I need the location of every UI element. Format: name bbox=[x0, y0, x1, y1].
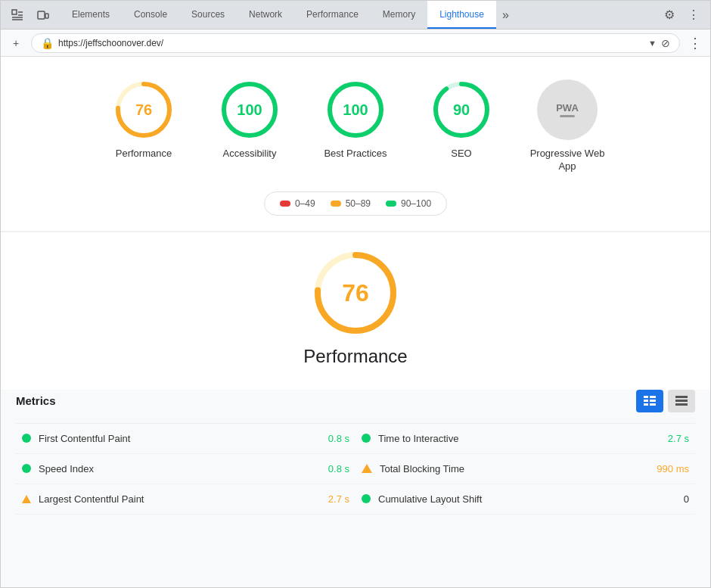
tab-memory[interactable]: Memory bbox=[371, 1, 427, 29]
svg-rect-5 bbox=[38, 11, 45, 19]
metric-indicator-tbt bbox=[362, 464, 372, 473]
metric-value-cls: 0 bbox=[684, 493, 689, 505]
tab-bar: Elements Console Sources Network Perform… bbox=[1, 1, 710, 30]
tab-overflow-button[interactable]: » bbox=[496, 1, 515, 29]
svg-rect-21 bbox=[644, 403, 648, 406]
svg-rect-19 bbox=[644, 400, 648, 402]
metric-indicator-si bbox=[22, 464, 31, 473]
score-item-seo: 90 SEO bbox=[416, 79, 507, 160]
new-tab-button[interactable]: + bbox=[7, 34, 25, 52]
devtools-window: Elements Console Sources Network Perform… bbox=[0, 0, 711, 588]
gauge-best-practices: 100 bbox=[325, 79, 386, 140]
gauge-value-performance: 76 bbox=[135, 101, 152, 119]
svg-rect-25 bbox=[675, 403, 688, 406]
gauge-seo: 90 bbox=[431, 79, 492, 140]
svg-rect-18 bbox=[650, 396, 656, 398]
gauge-value-accessibility: 100 bbox=[237, 101, 262, 119]
metric-indicator-tti bbox=[362, 434, 371, 443]
legend-label-fail: 0–49 bbox=[295, 198, 315, 209]
legend-color-average bbox=[331, 201, 341, 207]
legend-label-average: 50–89 bbox=[346, 198, 371, 209]
performance-detail: 76 Performance Metrics bbox=[1, 232, 710, 587]
perf-big-score: 76 bbox=[342, 278, 369, 306]
metric-name-cls: Cumulative Layout Shift bbox=[378, 493, 676, 505]
metric-name-fcp: First Contentful Paint bbox=[39, 433, 321, 444]
score-item-best-practices: 100 Best Practices bbox=[310, 79, 401, 160]
score-item-performance: 76 Performance bbox=[98, 79, 189, 160]
legend-label-pass: 90–100 bbox=[401, 198, 431, 209]
svg-rect-0 bbox=[12, 10, 17, 14]
content-area: 76 Performance 100 Accessibility bbox=[1, 57, 710, 587]
address-bar: + 🔒 https://jeffschoonover.dev/ ▼ ⊘ ⋮ bbox=[1, 30, 710, 57]
gauge-value-seo: 90 bbox=[453, 101, 470, 119]
address-input[interactable]: 🔒 https://jeffschoonover.dev/ ▼ ⊘ bbox=[31, 33, 680, 53]
view-list-button[interactable] bbox=[668, 390, 695, 412]
tabs-container: Elements Console Sources Network Perform… bbox=[60, 1, 656, 29]
perf-big-gauge: 76 bbox=[310, 247, 401, 338]
svg-rect-17 bbox=[644, 396, 648, 398]
tab-lighthouse[interactable]: Lighthouse bbox=[427, 1, 496, 29]
view-toggle bbox=[636, 390, 695, 412]
security-icon: 🔒 bbox=[41, 37, 54, 49]
tab-sources[interactable]: Sources bbox=[179, 1, 237, 29]
metric-row-tbt: Total Blocking Time 990 ms bbox=[356, 454, 695, 484]
pwa-text: PWA bbox=[556, 102, 579, 114]
svg-rect-6 bbox=[45, 14, 48, 18]
metric-name-tbt: Total Blocking Time bbox=[380, 463, 649, 474]
legend-color-pass bbox=[386, 201, 396, 207]
score-label-performance: Performance bbox=[116, 148, 172, 160]
score-label-pwa: Progressive Web App bbox=[522, 148, 613, 173]
metric-value-tbt: 990 ms bbox=[657, 463, 689, 474]
gauge-accessibility: 100 bbox=[219, 79, 280, 140]
legend: 0–49 50–89 90–100 bbox=[264, 191, 447, 216]
metric-row-si: Speed Index 0.8 s bbox=[16, 454, 356, 484]
metrics-title: Metrics bbox=[16, 394, 636, 407]
device-toggle-button[interactable] bbox=[33, 5, 54, 26]
metric-indicator-lcp bbox=[22, 495, 31, 503]
view-grid-button[interactable] bbox=[636, 390, 663, 412]
metric-row-fcp: First Contentful Paint 0.8 s bbox=[16, 424, 356, 454]
score-item-pwa: PWA Progressive Web App bbox=[522, 79, 613, 173]
legend-item-pass: 90–100 bbox=[386, 198, 431, 209]
gauge-value-best-practices: 100 bbox=[343, 101, 368, 119]
more-options-button[interactable]: ⋮ bbox=[683, 5, 704, 26]
performance-section: 76 Performance bbox=[1, 232, 710, 390]
metric-value-tti: 2.7 s bbox=[668, 433, 689, 444]
metric-value-si: 0.8 s bbox=[328, 463, 349, 474]
address-more-button[interactable]: ⋮ bbox=[686, 34, 704, 52]
svg-rect-20 bbox=[650, 400, 656, 402]
legend-color-fail bbox=[280, 201, 290, 207]
metric-value-fcp: 0.8 s bbox=[328, 433, 349, 444]
metric-indicator-fcp bbox=[22, 434, 31, 443]
svg-rect-23 bbox=[675, 396, 688, 398]
settings-button[interactable]: ⚙ bbox=[659, 5, 680, 26]
performance-title: Performance bbox=[303, 346, 407, 367]
score-item-accessibility: 100 Accessibility bbox=[204, 79, 295, 160]
metrics-header: Metrics bbox=[16, 390, 695, 412]
metric-name-tti: Time to Interactive bbox=[378, 433, 660, 444]
metric-indicator-cls bbox=[362, 494, 371, 503]
svg-rect-24 bbox=[675, 400, 688, 402]
svg-rect-22 bbox=[650, 403, 656, 406]
tab-console[interactable]: Console bbox=[122, 1, 179, 29]
inspect-button[interactable] bbox=[7, 5, 28, 26]
scores-row: 76 Performance 100 Accessibility bbox=[98, 79, 613, 173]
url-display: https://jeffschoonover.dev/ bbox=[58, 38, 644, 48]
metric-name-si: Speed Index bbox=[39, 463, 321, 474]
tab-elements[interactable]: Elements bbox=[60, 1, 122, 29]
url-dropdown-icon[interactable]: ▼ bbox=[648, 39, 657, 48]
tab-settings: ⚙ ⋮ bbox=[659, 5, 704, 26]
legend-item-fail: 0–49 bbox=[280, 198, 315, 209]
tab-performance[interactable]: Performance bbox=[294, 1, 371, 29]
gauge-performance: 76 bbox=[113, 79, 174, 140]
metric-row-lcp: Largest Contentful Paint 2.7 s bbox=[16, 484, 356, 515]
metric-name-lcp: Largest Contentful Paint bbox=[39, 493, 321, 505]
score-label-best-practices: Best Practices bbox=[324, 148, 387, 160]
score-label-seo: SEO bbox=[451, 148, 471, 160]
score-label-accessibility: Accessibility bbox=[223, 148, 277, 160]
lighthouse-scores-section: 76 Performance 100 Accessibility bbox=[1, 57, 710, 232]
pwa-circle: PWA bbox=[537, 79, 598, 140]
tab-network[interactable]: Network bbox=[237, 1, 294, 29]
metric-row-tti: Time to Interactive 2.7 s bbox=[356, 424, 695, 454]
reload-icon[interactable]: ⊘ bbox=[661, 37, 670, 49]
